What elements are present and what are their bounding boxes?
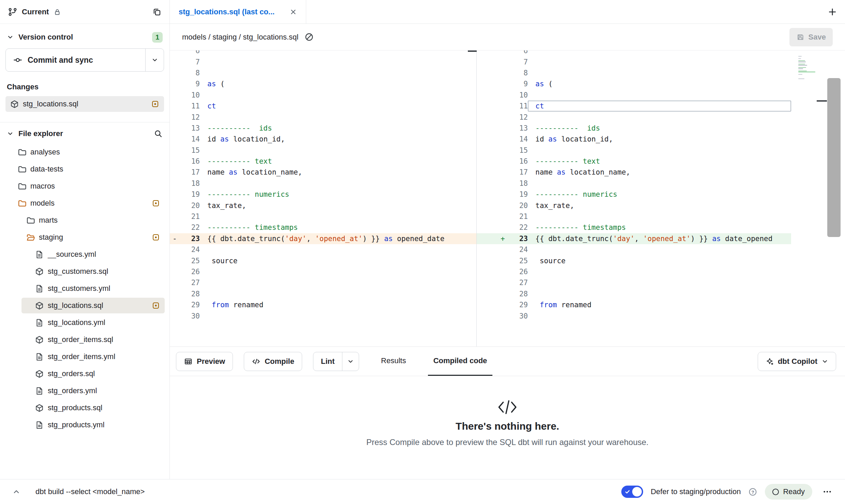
code-slash-icon [496, 399, 519, 415]
tree-item-macros[interactable]: macros [0, 178, 169, 195]
tree-item-label: stg_customers.yml [48, 284, 110, 293]
line-number: 9 [180, 80, 200, 88]
file-explorer-header[interactable]: File explorer [0, 126, 169, 142]
line-number: 8 [508, 69, 528, 77]
ellipsis-icon [822, 487, 832, 496]
tree-item-stg_orders.sql[interactable]: stg_orders.sql [0, 365, 169, 382]
lineage-icon[interactable] [305, 32, 314, 42]
line-number: 29 [508, 301, 528, 309]
modified-badge-icon [152, 199, 160, 207]
tree-item-label: stg_order_items.sql [48, 335, 113, 344]
tree-item-stg_products.sql[interactable]: stg_products.sql [0, 399, 169, 416]
folder-icon [18, 165, 26, 174]
tree-item-label: stg_customers.sql [48, 267, 108, 276]
code-line-26: 26 [170, 266, 476, 277]
commit-options-button[interactable] [145, 49, 164, 71]
tree-item-stg_customers.sql[interactable]: stg_customers.sql [0, 263, 169, 280]
status-badge: Ready [765, 484, 812, 500]
line-number: 26 [508, 268, 528, 276]
folder-icon [18, 148, 26, 157]
code-line-21: 21 [477, 211, 791, 222]
code-line-27: 27 [477, 277, 791, 288]
panel-toolbar: Preview Compile Lint [170, 347, 845, 376]
code-lines-original: 6789as (1011ct1213---------- ids14id as … [170, 50, 476, 322]
preview-button[interactable]: Preview [176, 352, 233, 371]
model-icon [35, 370, 44, 378]
code-line-16: 16---------- text [170, 156, 476, 167]
tree-item-models[interactable]: models [0, 195, 169, 212]
chevron-down-icon [347, 358, 354, 365]
check-icon [624, 489, 631, 495]
branch-selector[interactable]: Current [0, 0, 169, 24]
code-line-17: 17name as location_name, [170, 167, 476, 178]
compile-button[interactable]: Compile [244, 352, 302, 371]
tree-item-analyses[interactable]: analyses [0, 144, 169, 161]
diff-pane-original[interactable]: 6789as (1011ct1213---------- ids14id as … [170, 50, 476, 346]
change-item-stg_locations.sql[interactable]: stg_locations.sql [5, 96, 164, 112]
line-number: 23 [508, 235, 528, 243]
code-line-10: 10 [170, 90, 476, 101]
code-line-14: 14id as location_id, [477, 134, 791, 145]
dbt-copilot-button[interactable]: dbt Copilot [758, 352, 836, 371]
file-explorer-title: File explorer [18, 129, 149, 138]
table-icon [184, 357, 193, 366]
copilot-icon [766, 357, 774, 366]
save-button[interactable]: Save [789, 28, 833, 46]
code-line-23: +23{{ dbt.date_trunc('day', 'opened_at')… [477, 233, 791, 244]
tree-item-stg_customers.yml[interactable]: stg_customers.yml [0, 280, 169, 297]
help-icon[interactable]: ? [748, 487, 757, 496]
tree-item-label: data-tests [30, 165, 63, 174]
code-line-7: 7 [477, 56, 791, 67]
line-number: 11 [508, 102, 528, 110]
model-icon [35, 267, 44, 276]
code-line-22: 22---------- timestamps [170, 222, 476, 233]
plus-icon [828, 7, 837, 17]
panel-tab-compiled-code[interactable]: Compiled code [428, 347, 493, 376]
panel-tab-results[interactable]: Results [375, 347, 411, 376]
line-number: 28 [508, 290, 528, 298]
tree-item-stg_order_items.yml[interactable]: stg_order_items.yml [0, 348, 169, 365]
compile-label: Compile [265, 357, 294, 366]
search-icon[interactable] [154, 129, 163, 138]
tree-item-stg_products.yml[interactable]: stg_products.yml [0, 416, 169, 433]
commit-and-sync-button[interactable]: Commit and sync [6, 49, 145, 71]
tree-item-stg_locations.yml[interactable]: stg_locations.yml [0, 314, 169, 331]
code-line-7: 7 [170, 56, 476, 67]
tab-stg-locations-sql[interactable]: stg_locations.sql (last co... [170, 0, 306, 24]
code-line-29: 29 from renamed [170, 299, 476, 310]
minimap[interactable] [796, 51, 816, 87]
bottom-panel: Preview Compile Lint [170, 346, 845, 479]
editor-tabbar: stg_locations.sql (last co... [170, 0, 845, 24]
diff-pane-modified[interactable]: 6789as (1011ct1213---------- ids14id as … [477, 50, 791, 346]
file-tree: analysesdata-testsmacrosmodelsmartsstagi… [0, 144, 169, 433]
diff-editor[interactable]: 6789as (1011ct1213---------- ids14id as … [170, 50, 845, 346]
tree-item-marts[interactable]: marts [0, 212, 169, 229]
editor-scrollbar[interactable] [827, 78, 841, 237]
line-number: 20 [508, 202, 528, 210]
collapse-panel-button[interactable] [10, 485, 23, 499]
command-input[interactable]: dbt build --select <model_name> [35, 487, 145, 496]
status-label: Ready [783, 487, 805, 496]
empty-state-title: There's nothing here. [456, 420, 559, 432]
tree-item-stg_order_items.sql[interactable]: stg_order_items.sql [0, 331, 169, 348]
tree-item-__sources.yml[interactable]: __sources.yml [0, 246, 169, 263]
close-icon[interactable] [290, 8, 297, 16]
tree-item-stg_orders.yml[interactable]: stg_orders.yml [0, 382, 169, 399]
folder-icon [18, 199, 26, 208]
lint-button[interactable]: Lint [313, 352, 342, 371]
overflow-menu-button[interactable] [820, 485, 835, 499]
line-number: 19 [180, 190, 200, 198]
copy-icon[interactable] [152, 8, 161, 16]
tree-item-staging[interactable]: staging [0, 229, 169, 246]
version-control-header[interactable]: Version control 1 [5, 29, 164, 45]
tree-item-data-tests[interactable]: data-tests [0, 161, 169, 178]
line-number: 23 [180, 235, 200, 243]
code-line-21: 21 [170, 211, 476, 222]
tree-item-label: stg_locations.sql [48, 301, 103, 310]
defer-toggle[interactable] [621, 486, 643, 498]
new-tab-button[interactable] [820, 0, 845, 24]
file-icon [35, 387, 44, 395]
changes-list: stg_locations.sql [5, 96, 164, 112]
tree-item-stg_locations.sql[interactable]: stg_locations.sql [0, 297, 169, 314]
lint-options-button[interactable] [342, 352, 359, 371]
